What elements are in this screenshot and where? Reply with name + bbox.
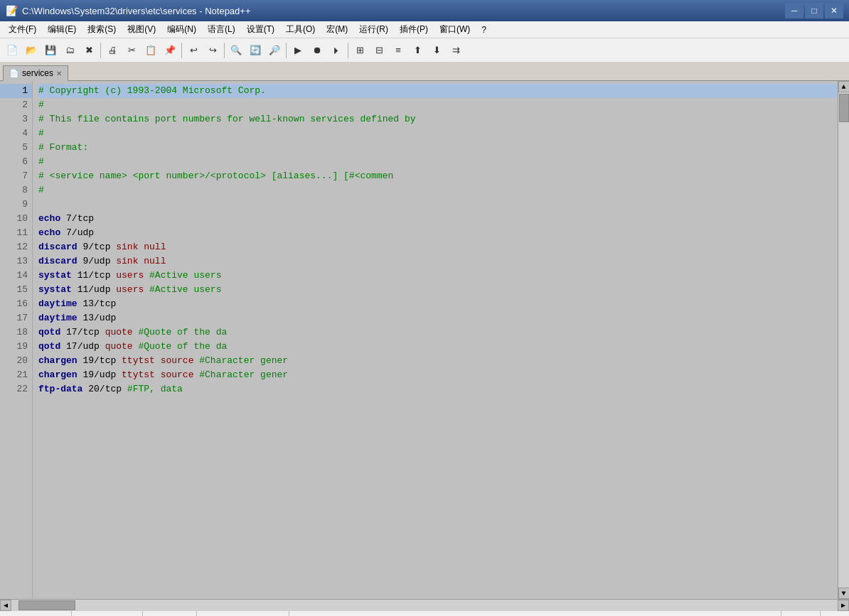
macro-button[interactable]: ⏺ <box>308 41 326 60</box>
close-all-button[interactable]: ✖ <box>80 41 98 60</box>
scroll-thumb[interactable] <box>839 94 849 122</box>
scroll-up-arrow[interactable]: ▲ <box>838 81 850 92</box>
code-line-10: echo 7/tcp <box>38 212 838 226</box>
code-line-8: # <box>38 183 838 198</box>
extra-btn-5[interactable]: ⬇ <box>427 41 446 60</box>
new-button[interactable]: 📄 <box>3 41 21 60</box>
code-line-6: # <box>38 155 838 169</box>
menu-item-p[interactable]: 插件(P) <box>394 22 434 37</box>
line-numbers: 12345678910111213141516171819202122 <box>0 81 33 599</box>
code-line-5: # Format: <box>38 141 838 155</box>
menu-item-w[interactable]: 窗口(W) <box>434 22 476 37</box>
toolbar-separator-2 <box>181 43 182 58</box>
lines-section: lines : 288 <box>143 611 197 616</box>
undo-button[interactable]: ↩ <box>184 41 203 60</box>
app-icon: 📝 <box>6 5 18 16</box>
line-number-20: 20 <box>0 354 32 368</box>
line-number-13: 13 <box>0 254 32 269</box>
vertical-scrollbar[interactable]: ▲ ▼ <box>838 81 849 599</box>
line-number-3: 3 <box>0 112 32 126</box>
extra-btn-1[interactable]: ⊞ <box>351 41 369 60</box>
tab-services[interactable]: 📄 services ✕ <box>3 65 68 81</box>
menu-item-n[interactable]: 编码(N) <box>161 22 202 37</box>
code-line-16: daytime 13/tcp <box>38 297 838 311</box>
title-bar: 📝 C:\Windows\System32\drivers\etc\servic… <box>0 0 849 21</box>
line-number-22: 22 <box>0 382 32 396</box>
line-number-1: 1 <box>0 84 32 98</box>
run-button[interactable]: ▶ <box>289 41 307 60</box>
toolbar-separator-5 <box>348 43 348 58</box>
position-section: Ln : 1 Col : 1 Pos : 1 <box>197 611 289 616</box>
menu-item-r[interactable]: 运行(R) <box>353 22 394 37</box>
copy-button[interactable]: 📋 <box>142 41 160 60</box>
code-line-18: qotd 17/tcp quote #Quote of the da <box>38 325 838 340</box>
horizontal-scrollbar[interactable]: ◀ ▶ <box>0 599 849 610</box>
title-controls: ─ □ ✕ <box>785 3 843 18</box>
mode-section: INS <box>821 611 849 616</box>
code-line-11: echo 7/udp <box>38 226 838 240</box>
code-area[interactable]: # Copyright (c) 1993-2004 Microsoft Corp… <box>33 81 838 599</box>
print-button[interactable]: 🖨 <box>103 41 122 60</box>
maximize-button[interactable]: □ <box>805 3 823 18</box>
code-line-14: systat 11/tcp users #Active users <box>38 269 838 283</box>
hscroll-track[interactable] <box>11 600 838 611</box>
save-all-button[interactable]: 🗂 <box>60 41 79 60</box>
extra-btn-2[interactable]: ⊟ <box>370 41 388 60</box>
menu-item-l[interactable]: 语言(L) <box>202 22 241 37</box>
code-line-4: # <box>38 126 838 141</box>
title-text: 📝 C:\Windows\System32\drivers\etc\servic… <box>6 5 251 16</box>
hscroll-thumb[interactable] <box>18 600 75 610</box>
line-number-14: 14 <box>0 269 32 283</box>
line-number-7: 7 <box>0 169 32 183</box>
save-button[interactable]: 💾 <box>41 41 60 60</box>
menu-item-s[interactable]: 搜索(S) <box>82 22 122 37</box>
code-line-15: systat 11/udp users #Active users <box>38 283 838 297</box>
scroll-right-arrow[interactable]: ▶ <box>838 600 849 611</box>
open-button[interactable]: 📂 <box>22 41 41 60</box>
extra-btn-4[interactable]: ⬆ <box>408 41 427 60</box>
code-line-1: # Copyright (c) 1993-2004 Microsoft Corp… <box>38 84 838 98</box>
extra-btn-6[interactable]: ⇉ <box>447 41 465 60</box>
menu-item-o[interactable]: 工具(O) <box>280 22 321 37</box>
menu-item-e[interactable]: 编辑(E) <box>42 22 82 37</box>
line-number-16: 16 <box>0 297 32 311</box>
minimize-button[interactable]: ─ <box>785 3 803 18</box>
cut-button[interactable]: ✂ <box>122 41 141 60</box>
line-number-11: 11 <box>0 226 32 240</box>
code-line-9 <box>38 198 838 212</box>
line-number-10: 10 <box>0 212 32 226</box>
menu-bar: 文件(F)编辑(E)搜索(S)视图(V)编码(N)语言(L)设置(T)工具(O)… <box>0 21 849 38</box>
code-line-2: # <box>38 98 838 112</box>
close-button[interactable]: ✕ <box>825 3 843 18</box>
tab-label: services <box>22 68 53 78</box>
toolbar-separator-1 <box>100 43 101 58</box>
replace-button[interactable]: 🔄 <box>246 41 265 60</box>
macro-play-button[interactable]: ⏵ <box>327 41 346 60</box>
line-number-17: 17 <box>0 311 32 325</box>
menu-item-t[interactable]: 设置(T) <box>241 22 280 37</box>
toolbar-separator-4 <box>286 43 287 58</box>
menu-item-f[interactable]: 文件(F) <box>3 22 42 37</box>
toolbar-separator-3 <box>224 43 225 58</box>
menu-item-v[interactable]: 视图(V) <box>122 22 161 37</box>
extra-btn-3[interactable]: ≡ <box>389 41 407 60</box>
redo-button[interactable]: ↪ <box>203 41 222 60</box>
code-line-20: chargen 19/tcp ttytst source #Character … <box>38 354 838 368</box>
tab-close-button[interactable]: ✕ <box>56 70 62 77</box>
editor-container: 12345678910111213141516171819202122 # Co… <box>0 81 849 599</box>
line-number-4: 4 <box>0 126 32 141</box>
code-line-21: chargen 19/udp ttytst source #Character … <box>38 368 838 382</box>
scroll-down-arrow[interactable]: ▼ <box>838 588 850 599</box>
window-title: C:\Windows\System32\drivers\etc\services… <box>22 6 251 16</box>
paste-button[interactable]: 📌 <box>161 41 179 60</box>
menu-item-[interactable]: ? <box>476 23 492 36</box>
line-number-5: 5 <box>0 141 32 155</box>
code-line-7: # <service name> <port number>/<protocol… <box>38 169 838 183</box>
line-number-15: 15 <box>0 283 32 297</box>
line-number-18: 18 <box>0 325 32 340</box>
menu-item-m[interactable]: 宏(M) <box>321 22 353 37</box>
scroll-left-arrow[interactable]: ◀ <box>0 600 11 611</box>
find-button[interactable]: 🔍 <box>227 41 245 60</box>
zoom-in-button[interactable]: 🔎 <box>265 41 284 60</box>
encoding-section: UTF-8 <box>781 611 821 616</box>
